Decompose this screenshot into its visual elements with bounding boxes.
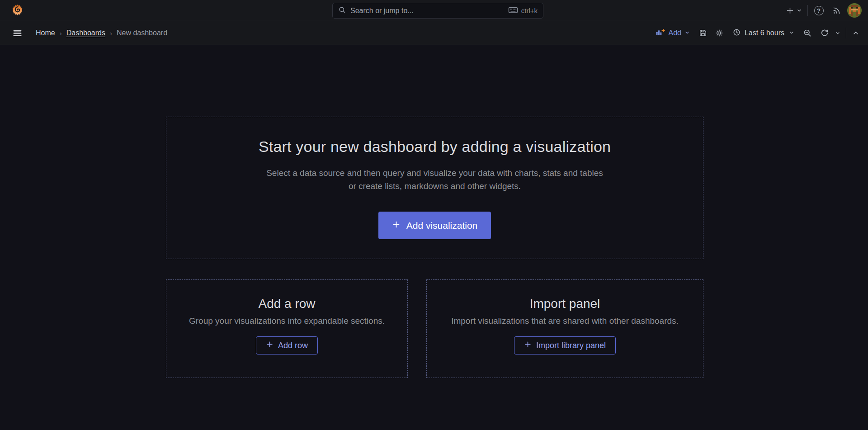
refresh-button[interactable] xyxy=(817,26,830,40)
empty-state-subtitle: Select a data source and then query and … xyxy=(266,166,603,193)
time-range-label: Last 6 hours xyxy=(745,29,784,37)
search-icon xyxy=(338,6,346,15)
grafana-app: Search or jump to... ctrl+k xyxy=(0,0,868,430)
zoom-out-icon xyxy=(803,28,812,38)
new-menu-button[interactable] xyxy=(784,3,803,18)
chevron-down-icon xyxy=(789,29,794,37)
keyboard-icon xyxy=(508,6,518,15)
add-row-button[interactable]: Add row xyxy=(256,336,318,354)
breadcrumb-current: New dashboard xyxy=(117,29,167,37)
help-button[interactable]: ? xyxy=(812,3,826,18)
plus-icon xyxy=(266,340,274,350)
toolbar-actions: Add xyxy=(652,25,863,41)
add-row-cta: Add a row Group your visualizations into… xyxy=(166,279,408,378)
search-shortcut: ctrl+k xyxy=(508,6,538,15)
import-panel-cta: Import panel Import visualizations that … xyxy=(426,279,703,378)
refresh-interval-dropdown[interactable] xyxy=(833,26,843,40)
import-library-panel-button[interactable]: Import library panel xyxy=(514,336,616,354)
dashboard-toolbar: Home › Dashboards › New dashboard Add xyxy=(0,21,868,45)
add-row-label: Add row xyxy=(278,341,308,350)
mega-menu-toggle[interactable] xyxy=(10,26,24,40)
gear-icon xyxy=(715,28,724,38)
add-panel-button[interactable]: Add xyxy=(652,25,693,41)
empty-state-title: Start your new dashboard by adding a vis… xyxy=(259,138,611,156)
import-panel-description: Import visualizations that are shared wi… xyxy=(451,316,679,326)
topbar-actions: ? xyxy=(784,3,862,18)
add-visualization-label: Add visualization xyxy=(406,220,478,231)
top-bar: Search or jump to... ctrl+k xyxy=(0,0,868,21)
save-dashboard-button[interactable] xyxy=(696,26,710,40)
breadcrumb-home[interactable]: Home xyxy=(36,29,55,37)
refresh-icon xyxy=(820,28,829,38)
clock-icon xyxy=(732,28,741,38)
grafana-logo[interactable] xyxy=(10,4,24,17)
graph-bar-plus-icon xyxy=(656,28,665,39)
plus-icon xyxy=(392,220,401,231)
news-button[interactable] xyxy=(830,3,843,18)
rss-icon xyxy=(832,6,841,15)
chevron-right-icon: › xyxy=(60,29,62,37)
empty-state-subtitle-line1: Select a data source and then query and … xyxy=(266,166,603,180)
dashboard-settings-button[interactable] xyxy=(712,26,726,40)
chevron-down-icon xyxy=(797,8,802,13)
toolbar-divider xyxy=(846,28,846,38)
add-panel-label: Add xyxy=(668,29,681,37)
add-row-description: Group your visualizations into expandabl… xyxy=(189,316,385,326)
avatar-image xyxy=(847,3,862,18)
hamburger-icon xyxy=(13,28,22,38)
breadcrumb-dashboards[interactable]: Dashboards xyxy=(66,29,105,37)
breadcrumb: Home › Dashboards › New dashboard xyxy=(36,29,167,37)
plus-icon xyxy=(524,340,532,350)
zoom-out-time-button[interactable] xyxy=(801,26,814,40)
import-library-panel-label: Import library panel xyxy=(536,341,606,350)
import-panel-title: Import panel xyxy=(530,295,600,313)
plus-icon xyxy=(786,6,794,15)
grafana-logo-icon xyxy=(11,4,24,18)
search-placeholder: Search or jump to... xyxy=(350,7,504,15)
help-icon: ? xyxy=(814,6,824,15)
time-range-picker[interactable]: Last 6 hours xyxy=(729,25,798,41)
chevron-down-icon xyxy=(835,30,840,36)
collapse-toolbar-button[interactable] xyxy=(849,26,863,40)
empty-dashboard-cta: Start your new dashboard by adding a vis… xyxy=(166,117,703,259)
search-shortcut-label: ctrl+k xyxy=(521,7,538,14)
chevron-down-icon xyxy=(684,29,690,37)
search-input[interactable]: Search or jump to... ctrl+k xyxy=(332,3,543,19)
add-visualization-button[interactable]: Add visualization xyxy=(378,212,491,239)
save-icon xyxy=(698,28,708,38)
chevron-up-icon xyxy=(852,29,859,37)
chevron-right-icon: › xyxy=(110,29,112,37)
topbar-divider xyxy=(807,5,808,16)
dashboard-canvas: Start your new dashboard by adding a vis… xyxy=(0,45,868,430)
user-avatar[interactable] xyxy=(847,3,862,18)
empty-state-subtitle-line2: or create lists, markdowns and other wid… xyxy=(266,180,603,193)
add-row-title: Add a row xyxy=(258,295,315,313)
